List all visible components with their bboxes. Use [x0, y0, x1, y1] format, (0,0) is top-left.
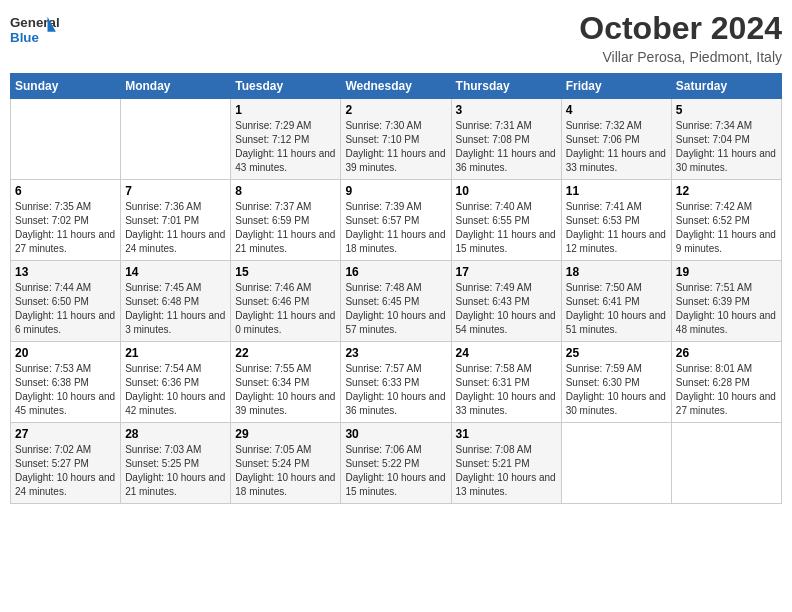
day-cell-1-2: 8 Sunrise: 7:37 AMSunset: 6:59 PMDayligh… [231, 180, 341, 261]
day-info: Sunrise: 7:02 AMSunset: 5:27 PMDaylight:… [15, 443, 116, 499]
day-cell-1-5: 11 Sunrise: 7:41 AMSunset: 6:53 PMDaylig… [561, 180, 671, 261]
day-info: Sunrise: 7:54 AMSunset: 6:36 PMDaylight:… [125, 362, 226, 418]
day-info: Sunrise: 7:30 AMSunset: 7:10 PMDaylight:… [345, 119, 446, 175]
day-info: Sunrise: 7:31 AMSunset: 7:08 PMDaylight:… [456, 119, 557, 175]
day-cell-0-1 [121, 99, 231, 180]
day-number: 13 [15, 265, 116, 279]
title-block: October 2024 Villar Perosa, Piedmont, It… [579, 10, 782, 65]
day-cell-1-0: 6 Sunrise: 7:35 AMSunset: 7:02 PMDayligh… [11, 180, 121, 261]
day-number: 14 [125, 265, 226, 279]
header-sunday: Sunday [11, 74, 121, 99]
day-info: Sunrise: 7:42 AMSunset: 6:52 PMDaylight:… [676, 200, 777, 256]
day-cell-4-1: 28 Sunrise: 7:03 AMSunset: 5:25 PMDaylig… [121, 423, 231, 504]
day-info: Sunrise: 7:57 AMSunset: 6:33 PMDaylight:… [345, 362, 446, 418]
day-info: Sunrise: 7:05 AMSunset: 5:24 PMDaylight:… [235, 443, 336, 499]
day-number: 18 [566, 265, 667, 279]
day-cell-2-2: 15 Sunrise: 7:46 AMSunset: 6:46 PMDaylig… [231, 261, 341, 342]
day-number: 16 [345, 265, 446, 279]
weekday-header-row: Sunday Monday Tuesday Wednesday Thursday… [11, 74, 782, 99]
day-cell-3-3: 23 Sunrise: 7:57 AMSunset: 6:33 PMDaylig… [341, 342, 451, 423]
day-cell-2-6: 19 Sunrise: 7:51 AMSunset: 6:39 PMDaylig… [671, 261, 781, 342]
month-title: October 2024 [579, 10, 782, 47]
day-number: 3 [456, 103, 557, 117]
day-cell-0-2: 1 Sunrise: 7:29 AMSunset: 7:12 PMDayligh… [231, 99, 341, 180]
day-cell-0-4: 3 Sunrise: 7:31 AMSunset: 7:08 PMDayligh… [451, 99, 561, 180]
day-cell-4-4: 31 Sunrise: 7:08 AMSunset: 5:21 PMDaylig… [451, 423, 561, 504]
day-info: Sunrise: 8:01 AMSunset: 6:28 PMDaylight:… [676, 362, 777, 418]
header-friday: Friday [561, 74, 671, 99]
day-info: Sunrise: 7:59 AMSunset: 6:30 PMDaylight:… [566, 362, 667, 418]
day-number: 4 [566, 103, 667, 117]
day-number: 8 [235, 184, 336, 198]
day-info: Sunrise: 7:41 AMSunset: 6:53 PMDaylight:… [566, 200, 667, 256]
day-info: Sunrise: 7:36 AMSunset: 7:01 PMDaylight:… [125, 200, 226, 256]
day-cell-0-3: 2 Sunrise: 7:30 AMSunset: 7:10 PMDayligh… [341, 99, 451, 180]
day-cell-1-4: 10 Sunrise: 7:40 AMSunset: 6:55 PMDaylig… [451, 180, 561, 261]
day-cell-4-2: 29 Sunrise: 7:05 AMSunset: 5:24 PMDaylig… [231, 423, 341, 504]
day-cell-3-2: 22 Sunrise: 7:55 AMSunset: 6:34 PMDaylig… [231, 342, 341, 423]
calendar-table: Sunday Monday Tuesday Wednesday Thursday… [10, 73, 782, 504]
day-number: 15 [235, 265, 336, 279]
day-cell-0-5: 4 Sunrise: 7:32 AMSunset: 7:06 PMDayligh… [561, 99, 671, 180]
day-cell-2-1: 14 Sunrise: 7:45 AMSunset: 6:48 PMDaylig… [121, 261, 231, 342]
day-info: Sunrise: 7:50 AMSunset: 6:41 PMDaylight:… [566, 281, 667, 337]
day-cell-0-0 [11, 99, 121, 180]
day-number: 12 [676, 184, 777, 198]
day-cell-2-0: 13 Sunrise: 7:44 AMSunset: 6:50 PMDaylig… [11, 261, 121, 342]
day-cell-0-6: 5 Sunrise: 7:34 AMSunset: 7:04 PMDayligh… [671, 99, 781, 180]
day-number: 7 [125, 184, 226, 198]
day-info: Sunrise: 7:44 AMSunset: 6:50 PMDaylight:… [15, 281, 116, 337]
day-number: 5 [676, 103, 777, 117]
day-cell-2-4: 17 Sunrise: 7:49 AMSunset: 6:43 PMDaylig… [451, 261, 561, 342]
day-info: Sunrise: 7:40 AMSunset: 6:55 PMDaylight:… [456, 200, 557, 256]
logo-icon: General Blue [10, 10, 60, 50]
header-wednesday: Wednesday [341, 74, 451, 99]
day-number: 29 [235, 427, 336, 441]
location: Villar Perosa, Piedmont, Italy [579, 49, 782, 65]
day-info: Sunrise: 7:29 AMSunset: 7:12 PMDaylight:… [235, 119, 336, 175]
week-row-4: 27 Sunrise: 7:02 AMSunset: 5:27 PMDaylig… [11, 423, 782, 504]
header-tuesday: Tuesday [231, 74, 341, 99]
day-cell-3-6: 26 Sunrise: 8:01 AMSunset: 6:28 PMDaylig… [671, 342, 781, 423]
day-info: Sunrise: 7:53 AMSunset: 6:38 PMDaylight:… [15, 362, 116, 418]
day-cell-4-0: 27 Sunrise: 7:02 AMSunset: 5:27 PMDaylig… [11, 423, 121, 504]
day-info: Sunrise: 7:03 AMSunset: 5:25 PMDaylight:… [125, 443, 226, 499]
day-number: 20 [15, 346, 116, 360]
day-info: Sunrise: 7:51 AMSunset: 6:39 PMDaylight:… [676, 281, 777, 337]
day-info: Sunrise: 7:08 AMSunset: 5:21 PMDaylight:… [456, 443, 557, 499]
day-cell-3-4: 24 Sunrise: 7:58 AMSunset: 6:31 PMDaylig… [451, 342, 561, 423]
header-thursday: Thursday [451, 74, 561, 99]
week-row-0: 1 Sunrise: 7:29 AMSunset: 7:12 PMDayligh… [11, 99, 782, 180]
day-info: Sunrise: 7:34 AMSunset: 7:04 PMDaylight:… [676, 119, 777, 175]
day-cell-3-0: 20 Sunrise: 7:53 AMSunset: 6:38 PMDaylig… [11, 342, 121, 423]
day-cell-1-6: 12 Sunrise: 7:42 AMSunset: 6:52 PMDaylig… [671, 180, 781, 261]
week-row-1: 6 Sunrise: 7:35 AMSunset: 7:02 PMDayligh… [11, 180, 782, 261]
header-monday: Monday [121, 74, 231, 99]
day-cell-4-6 [671, 423, 781, 504]
day-info: Sunrise: 7:49 AMSunset: 6:43 PMDaylight:… [456, 281, 557, 337]
header-saturday: Saturday [671, 74, 781, 99]
day-number: 24 [456, 346, 557, 360]
day-info: Sunrise: 7:58 AMSunset: 6:31 PMDaylight:… [456, 362, 557, 418]
page-header: General Blue October 2024 Villar Perosa,… [10, 10, 782, 65]
day-number: 25 [566, 346, 667, 360]
day-number: 19 [676, 265, 777, 279]
week-row-3: 20 Sunrise: 7:53 AMSunset: 6:38 PMDaylig… [11, 342, 782, 423]
day-number: 27 [15, 427, 116, 441]
day-info: Sunrise: 7:39 AMSunset: 6:57 PMDaylight:… [345, 200, 446, 256]
day-number: 23 [345, 346, 446, 360]
day-cell-4-3: 30 Sunrise: 7:06 AMSunset: 5:22 PMDaylig… [341, 423, 451, 504]
day-cell-3-5: 25 Sunrise: 7:59 AMSunset: 6:30 PMDaylig… [561, 342, 671, 423]
day-info: Sunrise: 7:46 AMSunset: 6:46 PMDaylight:… [235, 281, 336, 337]
day-number: 10 [456, 184, 557, 198]
day-number: 22 [235, 346, 336, 360]
day-info: Sunrise: 7:32 AMSunset: 7:06 PMDaylight:… [566, 119, 667, 175]
day-cell-2-5: 18 Sunrise: 7:50 AMSunset: 6:41 PMDaylig… [561, 261, 671, 342]
day-number: 1 [235, 103, 336, 117]
day-number: 6 [15, 184, 116, 198]
day-info: Sunrise: 7:45 AMSunset: 6:48 PMDaylight:… [125, 281, 226, 337]
logo: General Blue [10, 10, 60, 50]
day-number: 2 [345, 103, 446, 117]
day-cell-1-3: 9 Sunrise: 7:39 AMSunset: 6:57 PMDayligh… [341, 180, 451, 261]
day-number: 17 [456, 265, 557, 279]
